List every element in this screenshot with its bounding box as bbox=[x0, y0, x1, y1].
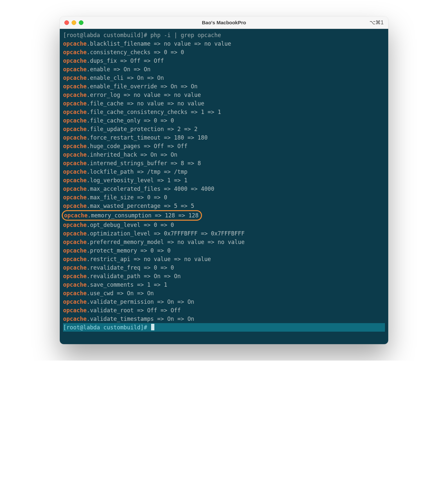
minimize-icon[interactable] bbox=[72, 20, 76, 25]
opcache-keyword: opcache bbox=[63, 100, 87, 107]
setting-text: .revalidate_freq => 0 => 0 bbox=[87, 264, 174, 271]
output-line: opcache.huge_code_pages => Off => Off bbox=[63, 142, 385, 150]
maximize-icon[interactable] bbox=[79, 20, 83, 25]
opcache-keyword: opcache bbox=[63, 290, 87, 297]
setting-text: .blacklist_filename => no value => no va… bbox=[87, 40, 231, 47]
setting-text: .file_cache_consistency_checks => 1 => 1 bbox=[87, 109, 221, 115]
output-line: opcache.force_restart_timeout => 180 => … bbox=[63, 133, 385, 142]
setting-text: .huge_code_pages => Off => Off bbox=[87, 143, 188, 149]
command-output: opcache.blacklist_filename => no value =… bbox=[63, 39, 385, 323]
opcache-keyword: opcache bbox=[63, 239, 87, 245]
opcache-keyword: opcache bbox=[64, 212, 88, 219]
output-line: opcache.preferred_memory_model => no val… bbox=[63, 238, 385, 246]
setting-text: .validate_permission => On => On bbox=[87, 298, 194, 305]
opcache-keyword: opcache bbox=[63, 230, 87, 237]
setting-text: .memory_consumption => 128 => 128 bbox=[88, 212, 199, 219]
output-line: opcache.file_update_protection => 2 => 2 bbox=[63, 125, 385, 133]
opcache-keyword: opcache bbox=[63, 273, 87, 279]
output-line: opcache.optimization_level => 0x7FFFBFFF… bbox=[63, 229, 385, 238]
setting-text: .lockfile_path => /tmp => /tmp bbox=[87, 168, 188, 175]
titlebar[interactable]: Bao's MacbookPro ⌥⌘1 bbox=[60, 16, 388, 29]
traffic-lights bbox=[64, 20, 83, 25]
terminal-window: Bao's MacbookPro ⌥⌘1 [root@labda customb… bbox=[60, 16, 388, 344]
shell-prompt: [root@labda custombuild]# bbox=[63, 324, 150, 331]
output-line: opcache.validate_permission => On => On bbox=[63, 298, 385, 306]
opcache-keyword: opcache bbox=[63, 194, 87, 201]
terminal-body[interactable]: [root@labda custombuild]# php -i | grep … bbox=[60, 29, 388, 344]
output-line: opcache.blacklist_filename => no value =… bbox=[63, 39, 385, 48]
opcache-keyword: opcache bbox=[63, 264, 87, 271]
output-line: opcache.log_verbosity_level => 1 => 1 bbox=[63, 176, 385, 185]
setting-text: .use_cwd => On => On bbox=[87, 290, 154, 297]
opcache-keyword: opcache bbox=[63, 247, 87, 254]
prompt-ready-line: [root@labda custombuild]# bbox=[63, 323, 385, 332]
setting-text: .enable => On => On bbox=[87, 66, 150, 73]
output-line: opcache.memory_consumption => 128 => 128 bbox=[63, 210, 385, 221]
output-line: opcache.consistency_checks => 0 => 0 bbox=[63, 48, 385, 56]
opcache-keyword: opcache bbox=[63, 160, 87, 166]
setting-text: .protect_memory => 0 => 0 bbox=[87, 247, 171, 254]
opcache-keyword: opcache bbox=[63, 298, 87, 305]
shell-command: php -i | grep opcache bbox=[150, 32, 221, 38]
setting-text: .opt_debug_level => 0 => 0 bbox=[87, 222, 174, 228]
output-line: opcache.max_accelerated_files => 4000 =>… bbox=[63, 185, 385, 193]
opcache-keyword: opcache bbox=[63, 151, 87, 158]
opcache-keyword: opcache bbox=[63, 186, 87, 192]
opcache-keyword: opcache bbox=[63, 177, 87, 184]
output-line: opcache.use_cwd => On => On bbox=[63, 289, 385, 298]
setting-text: .file_update_protection => 2 => 2 bbox=[87, 126, 198, 132]
output-line: opcache.lockfile_path => /tmp => /tmp bbox=[63, 167, 385, 176]
setting-text: .preferred_memory_model => no value => n… bbox=[87, 239, 245, 245]
opcache-keyword: opcache bbox=[63, 256, 87, 262]
setting-text: .restrict_api => no value => no value bbox=[87, 256, 211, 262]
output-line: opcache.dups_fix => Off => Off bbox=[63, 56, 385, 65]
output-line: opcache.error_log => no value => no valu… bbox=[63, 91, 385, 99]
opcache-keyword: opcache bbox=[63, 117, 87, 124]
output-line: opcache.restrict_api => no value => no v… bbox=[63, 255, 385, 263]
highlighted-line: opcache.memory_consumption => 128 => 128 bbox=[62, 210, 202, 221]
setting-text: .max_accelerated_files => 4000 => 4000 bbox=[87, 186, 214, 192]
opcache-keyword: opcache bbox=[63, 75, 87, 81]
output-line: opcache.revalidate_path => On => On bbox=[63, 272, 385, 280]
output-line: opcache.validate_root => Off => Off bbox=[63, 306, 385, 315]
setting-text: .dups_fix => Off => Off bbox=[87, 57, 164, 64]
setting-text: .file_cache_only => 0 => 0 bbox=[87, 117, 174, 124]
setting-text: .enable_file_override => On => On bbox=[87, 83, 198, 90]
setting-text: .log_verbosity_level => 1 => 1 bbox=[87, 177, 188, 184]
output-line: opcache.validate_timestamps => On => On bbox=[63, 315, 385, 323]
cursor-icon bbox=[151, 324, 154, 330]
opcache-keyword: opcache bbox=[63, 168, 87, 175]
opcache-keyword: opcache bbox=[63, 109, 87, 115]
output-line: opcache.file_cache => no value => no val… bbox=[63, 99, 385, 108]
setting-text: .max_wasted_percentage => 5 => 5 bbox=[87, 203, 194, 209]
setting-text: .interned_strings_buffer => 8 => 8 bbox=[87, 160, 201, 166]
opcache-keyword: opcache bbox=[63, 126, 87, 132]
window-title: Bao's MacbookPro bbox=[60, 20, 388, 25]
opcache-keyword: opcache bbox=[63, 316, 87, 322]
opcache-keyword: opcache bbox=[63, 92, 87, 98]
output-line: opcache.save_comments => 1 => 1 bbox=[63, 280, 385, 289]
output-line: opcache.file_cache_consistency_checks =>… bbox=[63, 108, 385, 116]
output-line: opcache.protect_memory => 0 => 0 bbox=[63, 246, 385, 255]
output-line: opcache.file_cache_only => 0 => 0 bbox=[63, 116, 385, 125]
setting-text: .enable_cli => On => On bbox=[87, 75, 164, 81]
setting-text: .optimization_level => 0x7FFFBFFF => 0x7… bbox=[87, 230, 245, 237]
output-line: opcache.revalidate_freq => 0 => 0 bbox=[63, 263, 385, 272]
output-line: opcache.enable => On => On bbox=[63, 65, 385, 74]
output-line: opcache.inherited_hack => On => On bbox=[63, 150, 385, 159]
output-line: opcache.max_file_size => 0 => 0 bbox=[63, 193, 385, 202]
opcache-keyword: opcache bbox=[63, 222, 87, 228]
setting-text: .error_log => no value => no value bbox=[87, 92, 201, 98]
output-line: opcache.opt_debug_level => 0 => 0 bbox=[63, 221, 385, 229]
opcache-keyword: opcache bbox=[63, 281, 87, 288]
keyboard-shortcut-label: ⌥⌘1 bbox=[370, 19, 384, 26]
opcache-keyword: opcache bbox=[63, 83, 87, 90]
opcache-keyword: opcache bbox=[63, 57, 87, 64]
setting-text: .file_cache => no value => no value bbox=[87, 100, 204, 107]
setting-text: .save_comments => 1 => 1 bbox=[87, 281, 168, 288]
output-line: opcache.enable_cli => On => On bbox=[63, 74, 385, 82]
close-icon[interactable] bbox=[64, 20, 69, 25]
output-line: opcache.interned_strings_buffer => 8 => … bbox=[63, 159, 385, 167]
opcache-keyword: opcache bbox=[63, 203, 87, 209]
setting-text: .consistency_checks => 0 => 0 bbox=[87, 49, 184, 55]
